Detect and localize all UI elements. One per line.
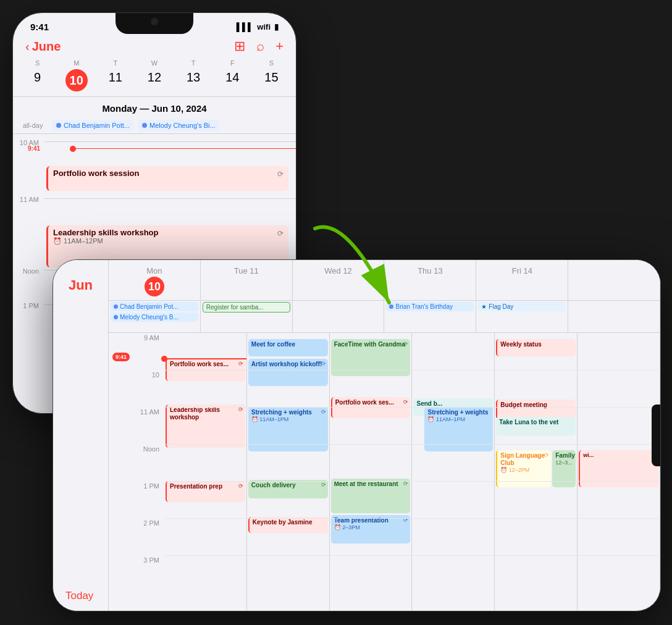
time-label-noon: Noon bbox=[13, 266, 44, 275]
time-label-11am: 11 AM bbox=[13, 195, 44, 203]
p2-time-area: 9 AM 10 11 AM Noon 1 PM 2 PM 3 PM bbox=[109, 333, 660, 611]
date-11[interactable]: 11 bbox=[96, 69, 135, 91]
day-letter-s: S bbox=[18, 59, 57, 69]
time-label-1pm: 1 PM bbox=[109, 481, 164, 518]
signal-icon: ▌▌▌ bbox=[237, 22, 254, 31]
p1-time-row-11am: 11 AM bbox=[13, 195, 296, 229]
p2-allday-row: Chad Benjamin Pot... Melody Cheung's B..… bbox=[109, 301, 660, 333]
p2-header-thu[interactable]: Thu 13 bbox=[384, 260, 476, 300]
p2-event-team-wed[interactable]: Team presentation ⏰ 2–3PM ⟳ bbox=[331, 515, 411, 543]
p2-event-couch-tue[interactable]: Couch delivery ⟳ bbox=[248, 480, 328, 498]
p2-header-sat[interactable] bbox=[568, 260, 660, 300]
allday-melody[interactable]: Melody Cheung's B... bbox=[111, 312, 198, 322]
view-toggle-icon[interactable]: ⊞ bbox=[234, 38, 245, 54]
search-icon[interactable]: ⌕ bbox=[256, 38, 264, 54]
p2-event-artist-tue[interactable]: Artist workshop kickoff! ⟳ bbox=[248, 359, 328, 386]
day-letter-t: T bbox=[96, 59, 135, 69]
event-title: Keynote by Jasmine bbox=[253, 519, 325, 526]
day-name-fri: Fri 14 bbox=[479, 266, 565, 275]
day-name-wed: Wed 12 bbox=[295, 266, 382, 275]
p2-event-leadership-mon[interactable]: Leadership skills workshop ⟳ bbox=[166, 405, 245, 448]
allday-brian[interactable]: Brian Tran's Birthday bbox=[386, 302, 474, 311]
time-label-3pm: 3 PM bbox=[109, 555, 164, 592]
p1-month-nav[interactable]: ‹ June bbox=[25, 40, 61, 54]
p2-event-family-fri[interactable]: Family 12–3... bbox=[552, 450, 576, 487]
today-button[interactable]: Today bbox=[65, 590, 93, 602]
allday-melody-label: Melody Cheung's B... bbox=[120, 314, 178, 321]
p2-sidebar-month: Jun bbox=[53, 272, 108, 296]
p2-col-fri: Weekly status Budget meeting Take Luna t… bbox=[495, 333, 578, 611]
p2-col-mon: 9:41 Portfolio work ses... ⟳ Leadership … bbox=[164, 333, 247, 611]
event-time: ⏰ 11AM–1PM bbox=[251, 416, 325, 422]
day-letter-m: M bbox=[57, 59, 96, 69]
p2-event-keynote-tue[interactable]: Keynote by Jasmine bbox=[248, 517, 328, 533]
sync-icon: ⟳ bbox=[321, 361, 326, 367]
p2-event-weekly-fri[interactable]: Weekly status bbox=[496, 339, 576, 356]
p2-event-prep-mon[interactable]: Presentation prep ⟳ bbox=[166, 481, 245, 502]
p2-event-stretching-thu[interactable]: Stretching + weights ⏰ 11AM–1PM bbox=[424, 407, 493, 451]
date-12[interactable]: 12 bbox=[135, 69, 174, 91]
date-15[interactable]: 15 bbox=[252, 69, 291, 91]
allday-event-melody-label: Melody Cheung's Bi... bbox=[149, 122, 216, 129]
event-time: ⏰ 12–2PM bbox=[500, 467, 548, 473]
p2-event-luna-fri[interactable]: Take Luna to the vet bbox=[496, 417, 576, 435]
p2-event-stretching-tue[interactable]: Stretching + weights ⏰ 11AM–1PM ⟳ bbox=[248, 407, 328, 451]
sync-icon: ⟳ bbox=[403, 399, 408, 405]
back-chevron-icon[interactable]: ‹ bbox=[25, 40, 30, 54]
p2-header-tue[interactable]: Tue 11 bbox=[201, 260, 293, 300]
time-label-10: 10 bbox=[109, 370, 164, 407]
sync-icon: ⟳ bbox=[403, 517, 408, 523]
allday-brian-label: Brian Tran's Birthday bbox=[395, 303, 453, 310]
event-title: wi... bbox=[583, 452, 655, 459]
p2-col-thu: Send b... Stretching + weights ⏰ 11AM–1P… bbox=[412, 333, 495, 611]
p2-header-mon[interactable]: Mon 10 bbox=[109, 260, 201, 300]
p1-selected-date-label: Monday — Jun 10, 2024 bbox=[13, 97, 296, 117]
p2-header-fri[interactable]: Fri 14 bbox=[476, 260, 568, 300]
p1-time: 9:41 bbox=[30, 22, 49, 32]
p1-event-portfolio[interactable]: Portfolio work session ⟳ bbox=[46, 166, 288, 191]
add-event-icon[interactable]: + bbox=[275, 38, 284, 54]
sync-icon: ⟳ bbox=[238, 406, 243, 413]
event-title: Portfolio work ses... bbox=[335, 399, 408, 406]
date-9[interactable]: 9 bbox=[18, 69, 57, 91]
time-label-2pm: 2 PM bbox=[109, 518, 164, 555]
date-14[interactable]: 14 bbox=[213, 69, 252, 91]
day-name-thu: Thu 13 bbox=[387, 266, 473, 275]
p2-sidebar: Jun bbox=[53, 260, 109, 611]
p2-day-headers: Mon 10 Tue 11 Wed 12 Thu 13 Fri 14 bbox=[109, 260, 660, 301]
p2-event-portfolio-wed[interactable]: Portfolio work ses... ⟳ bbox=[331, 397, 411, 418]
allday-event-chad[interactable]: Chad Benjamin Pott... bbox=[52, 120, 133, 131]
current-time-dot bbox=[70, 146, 76, 152]
p2-event-portfolio-mon[interactable]: Portfolio work ses... ⟳ bbox=[166, 359, 245, 381]
p2-header-wed[interactable]: Wed 12 bbox=[293, 260, 385, 300]
p1-day-letters: S M T W T F S bbox=[13, 59, 296, 69]
p2-event-facetime-wed[interactable]: FaceTime with Grandma ⟳ bbox=[331, 339, 411, 376]
date-13[interactable]: 13 bbox=[174, 69, 213, 91]
sync-icon: ⟳ bbox=[403, 480, 408, 487]
dot-icon3 bbox=[389, 304, 393, 309]
event-title: Meet for coffee bbox=[251, 341, 325, 348]
phone2-landscape: Jun Mon 10 Tue 11 Wed 12 bbox=[52, 259, 661, 611]
allday-flagday[interactable]: ★ Flag Day bbox=[478, 302, 566, 311]
allday-samba[interactable]: Register for samba... bbox=[203, 302, 290, 312]
event-title: Weekly status bbox=[500, 341, 573, 348]
p2-calendar-grid: 9:41 Portfolio work ses... ⟳ Leadership … bbox=[164, 333, 660, 611]
phone1-camera bbox=[151, 18, 158, 25]
time-label-9am: 9 AM bbox=[109, 333, 164, 370]
day-num-mon: 10 bbox=[145, 277, 164, 296]
allday-chad-label: Chad Benjamin Pot... bbox=[120, 303, 178, 310]
p2-event-signlang-fri[interactable]: Sign Language Club ⏰ 12–2PM ⟳ bbox=[496, 450, 551, 487]
date-10-today[interactable]: 10 bbox=[65, 69, 88, 91]
event-title: Team presentation bbox=[334, 517, 408, 524]
day-letter-s2: S bbox=[252, 59, 291, 69]
p1-month-label[interactable]: June bbox=[32, 40, 61, 54]
p1-cal-toolbar[interactable]: ⊞ ⌕ + bbox=[234, 38, 284, 54]
p2-event-coffee-tue[interactable]: Meet for coffee bbox=[248, 339, 328, 356]
allday-chad[interactable]: Chad Benjamin Pot... bbox=[111, 302, 198, 311]
p2-col-wed: FaceTime with Grandma ⟳ Portfolio work s… bbox=[330, 333, 413, 611]
allday-flagday-label: Flag Day bbox=[489, 303, 513, 310]
allday-event-melody[interactable]: Melody Cheung's Bi... bbox=[138, 120, 219, 131]
allday-label: all-day bbox=[23, 122, 48, 129]
event-time: ⏰ 11AM–1PM bbox=[427, 416, 490, 422]
p2-event-restaurant-wed[interactable]: Meet at the restaurant ⟳ bbox=[331, 479, 411, 513]
